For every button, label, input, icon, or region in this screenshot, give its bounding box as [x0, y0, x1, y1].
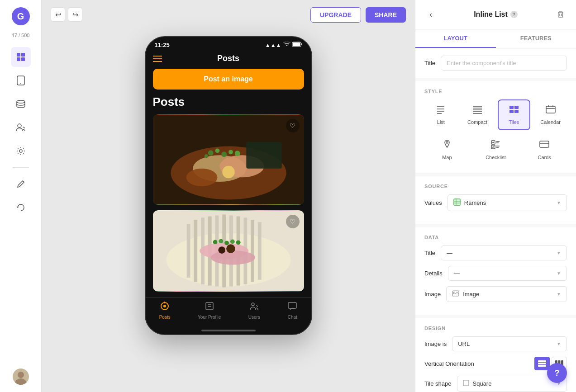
data-title-arrow: ▼ [557, 250, 561, 255]
undo-button[interactable]: ↩ [51, 7, 65, 22]
svg-point-7 [18, 124, 21, 128]
style-compact[interactable]: Compact [461, 99, 494, 130]
source-section: SOURCE Values Ramens ▼ [415, 176, 576, 224]
share-button[interactable]: SHARE [366, 7, 406, 23]
image-is-value: URL [458, 340, 553, 347]
phone-mockup: 11:25 ▲▲▲ [145, 36, 312, 335]
svg-point-6 [17, 100, 25, 103]
svg-rect-68 [509, 106, 514, 109]
redo-button[interactable]: ↪ [68, 7, 82, 22]
top-toolbar: UPGRADE SHARE [310, 7, 406, 23]
home-bar [201, 330, 256, 331]
heart-button-1[interactable]: ♡ [286, 119, 300, 132]
svg-point-5 [20, 83, 21, 84]
heart-button-2[interactable]: ♡ [286, 215, 300, 228]
panel-title-text: Inline List [474, 10, 508, 19]
phone-title: Posts [217, 54, 239, 63]
sidebar-item-mobile[interactable] [11, 71, 31, 90]
svg-rect-56 [288, 302, 296, 308]
svg-point-50 [163, 305, 166, 307]
style-list[interactable]: List [424, 99, 457, 130]
status-time: 11:25 [155, 42, 170, 48]
style-checklist[interactable]: Checklist [473, 134, 519, 165]
tab-features[interactable]: FEATURES [496, 29, 576, 48]
user-avatar[interactable] [13, 368, 29, 385]
users-nav-icon [249, 301, 259, 313]
data-details-dropdown[interactable]: — ▼ [448, 266, 567, 281]
phone-bottom-nav: Posts Your Profile [146, 297, 311, 327]
data-image-label: Image [424, 291, 441, 298]
title-field-row: Title [424, 56, 567, 71]
svg-point-55 [252, 303, 254, 306]
svg-rect-85 [454, 199, 460, 205]
svg-point-46 [224, 241, 229, 245]
sidebar-item-refresh[interactable] [11, 198, 31, 217]
svg-rect-12 [293, 43, 300, 46]
app-avatar[interactable]: G [12, 7, 30, 25]
svg-point-47 [230, 239, 234, 244]
data-image-dropdown[interactable]: Image ▼ [446, 286, 567, 302]
svg-rect-71 [514, 110, 519, 113]
style-tiles[interactable]: Tiles [498, 99, 531, 130]
main-canvas: ↩ ↪ UPGRADE SHARE 11:25 ▲▲▲ [42, 0, 415, 392]
usage-label: 47 / 500 [12, 33, 30, 38]
nav-posts[interactable]: Posts [159, 301, 171, 320]
svg-rect-0 [17, 53, 20, 57]
panel-delete-button[interactable] [554, 8, 567, 21]
values-dropdown-arrow: ▼ [557, 200, 561, 205]
battery-icon [292, 42, 302, 48]
svg-rect-94 [538, 365, 546, 367]
nav-chat[interactable]: Chat [287, 301, 297, 320]
nav-profile[interactable]: Your Profile [198, 301, 221, 320]
svg-point-43 [226, 244, 235, 253]
style-calendar[interactable]: Calendar [534, 99, 567, 130]
left-sidebar: G 47 / 500 [0, 0, 42, 392]
title-section: Title [415, 48, 576, 78]
image-is-dropdown[interactable]: URL ▼ [452, 336, 567, 351]
image-tile-2: ♡ [153, 210, 304, 292]
svg-rect-17 [246, 142, 282, 169]
source-table-icon [453, 198, 461, 207]
phone-status-bar: 11:25 ▲▲▲ [146, 37, 311, 50]
svg-point-41 [210, 250, 255, 264]
hamburger-menu[interactable] [153, 56, 162, 62]
panel-help-button[interactable]: ? [510, 11, 518, 18]
svg-point-44 [213, 240, 217, 244]
svg-point-25 [222, 166, 235, 179]
vertical-orientation-label: Vertical Orientation [424, 360, 474, 367]
list-style-label: List [437, 119, 445, 125]
sidebar-item-layout[interactable] [11, 47, 31, 67]
orient-horizontal-button[interactable] [534, 357, 550, 370]
svg-point-26 [186, 169, 217, 186]
data-image-row: Image Image ▼ [424, 286, 567, 302]
title-input[interactable] [441, 56, 567, 71]
svg-point-21 [228, 150, 233, 154]
post-image-button[interactable]: Post an image [153, 69, 304, 90]
phone-preview: 11:25 ▲▲▲ [145, 36, 312, 335]
phone-header: Posts [146, 50, 311, 69]
wifi-icon [283, 42, 290, 48]
sidebar-item-data[interactable] [11, 94, 31, 114]
sidebar-divider [13, 167, 29, 168]
style-grid-row2: Map Checklist [424, 134, 567, 165]
nav-users[interactable]: Users [248, 301, 260, 320]
panel-back-button[interactable]: ‹ [424, 8, 437, 21]
svg-rect-72 [546, 106, 555, 113]
sidebar-item-settings[interactable] [11, 141, 31, 161]
sidebar-item-pen[interactable] [11, 174, 31, 194]
style-cards[interactable]: Cards [522, 134, 567, 165]
data-title-dropdown[interactable]: — ▼ [441, 246, 567, 260]
help-button[interactable]: ? [547, 363, 567, 383]
phone-content: Posts [146, 95, 311, 292]
values-dropdown[interactable]: Ramens ▼ [447, 194, 567, 211]
sidebar-item-users[interactable] [11, 118, 31, 137]
svg-point-48 [236, 240, 240, 245]
svg-point-22 [204, 154, 208, 158]
style-map[interactable]: Map [424, 134, 470, 165]
upgrade-button[interactable]: UPGRADE [310, 7, 361, 23]
values-field-row: Values Ramens ▼ [424, 194, 567, 211]
style-section-label: STYLE [424, 89, 567, 94]
tab-layout[interactable]: LAYOUT [415, 29, 496, 48]
svg-point-23 [234, 151, 240, 156]
svg-point-76 [446, 142, 448, 143]
